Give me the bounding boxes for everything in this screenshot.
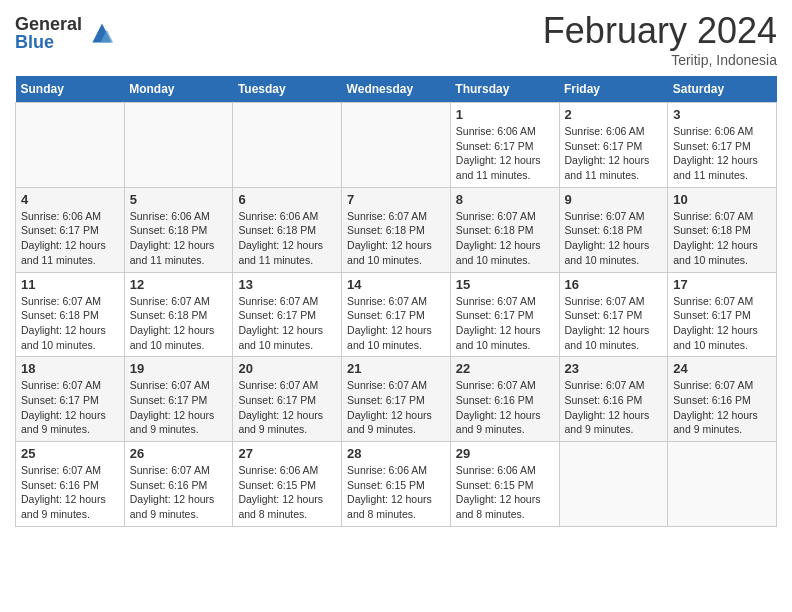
day-number: 5 — [130, 192, 228, 207]
week-row: 11Sunrise: 6:07 AMSunset: 6:18 PMDayligh… — [16, 272, 777, 357]
day-info: Sunrise: 6:06 AMSunset: 6:17 PMDaylight:… — [673, 124, 771, 183]
day-info: Sunrise: 6:07 AMSunset: 6:17 PMDaylight:… — [130, 378, 228, 437]
logo-general: General — [15, 15, 82, 33]
title-area: February 2024 Teritip, Indonesia — [543, 10, 777, 68]
header: General Blue February 2024 Teritip, Indo… — [15, 10, 777, 68]
day-cell — [16, 103, 125, 188]
header-row: SundayMondayTuesdayWednesdayThursdayFrid… — [16, 76, 777, 103]
day-number: 4 — [21, 192, 119, 207]
day-number: 21 — [347, 361, 445, 376]
day-cell: 24Sunrise: 6:07 AMSunset: 6:16 PMDayligh… — [668, 357, 777, 442]
day-number: 29 — [456, 446, 554, 461]
day-number: 1 — [456, 107, 554, 122]
day-number: 3 — [673, 107, 771, 122]
day-cell: 15Sunrise: 6:07 AMSunset: 6:17 PMDayligh… — [450, 272, 559, 357]
day-info: Sunrise: 6:07 AMSunset: 6:18 PMDaylight:… — [347, 209, 445, 268]
day-cell — [124, 103, 233, 188]
header-cell-sunday: Sunday — [16, 76, 125, 103]
week-row: 18Sunrise: 6:07 AMSunset: 6:17 PMDayligh… — [16, 357, 777, 442]
day-info: Sunrise: 6:07 AMSunset: 6:16 PMDaylight:… — [456, 378, 554, 437]
day-info: Sunrise: 6:06 AMSunset: 6:18 PMDaylight:… — [238, 209, 336, 268]
day-number: 19 — [130, 361, 228, 376]
day-cell — [342, 103, 451, 188]
day-cell: 25Sunrise: 6:07 AMSunset: 6:16 PMDayligh… — [16, 442, 125, 527]
day-cell: 5Sunrise: 6:06 AMSunset: 6:18 PMDaylight… — [124, 187, 233, 272]
week-row: 25Sunrise: 6:07 AMSunset: 6:16 PMDayligh… — [16, 442, 777, 527]
day-cell: 7Sunrise: 6:07 AMSunset: 6:18 PMDaylight… — [342, 187, 451, 272]
day-info: Sunrise: 6:07 AMSunset: 6:18 PMDaylight:… — [21, 294, 119, 353]
day-cell: 16Sunrise: 6:07 AMSunset: 6:17 PMDayligh… — [559, 272, 668, 357]
header-cell-thursday: Thursday — [450, 76, 559, 103]
day-info: Sunrise: 6:06 AMSunset: 6:18 PMDaylight:… — [130, 209, 228, 268]
day-cell: 23Sunrise: 6:07 AMSunset: 6:16 PMDayligh… — [559, 357, 668, 442]
day-cell: 3Sunrise: 6:06 AMSunset: 6:17 PMDaylight… — [668, 103, 777, 188]
location: Teritip, Indonesia — [543, 52, 777, 68]
day-info: Sunrise: 6:07 AMSunset: 6:18 PMDaylight:… — [130, 294, 228, 353]
day-number: 17 — [673, 277, 771, 292]
day-info: Sunrise: 6:06 AMSunset: 6:17 PMDaylight:… — [21, 209, 119, 268]
day-info: Sunrise: 6:06 AMSunset: 6:17 PMDaylight:… — [456, 124, 554, 183]
day-info: Sunrise: 6:07 AMSunset: 6:18 PMDaylight:… — [673, 209, 771, 268]
header-cell-monday: Monday — [124, 76, 233, 103]
day-cell: 8Sunrise: 6:07 AMSunset: 6:18 PMDaylight… — [450, 187, 559, 272]
month-title: February 2024 — [543, 10, 777, 52]
day-cell: 2Sunrise: 6:06 AMSunset: 6:17 PMDaylight… — [559, 103, 668, 188]
day-cell: 12Sunrise: 6:07 AMSunset: 6:18 PMDayligh… — [124, 272, 233, 357]
day-info: Sunrise: 6:07 AMSunset: 6:17 PMDaylight:… — [238, 294, 336, 353]
day-cell: 18Sunrise: 6:07 AMSunset: 6:17 PMDayligh… — [16, 357, 125, 442]
day-info: Sunrise: 6:07 AMSunset: 6:17 PMDaylight:… — [238, 378, 336, 437]
day-cell: 10Sunrise: 6:07 AMSunset: 6:18 PMDayligh… — [668, 187, 777, 272]
day-cell: 14Sunrise: 6:07 AMSunset: 6:17 PMDayligh… — [342, 272, 451, 357]
day-cell — [559, 442, 668, 527]
day-info: Sunrise: 6:07 AMSunset: 6:17 PMDaylight:… — [673, 294, 771, 353]
week-row: 1Sunrise: 6:06 AMSunset: 6:17 PMDaylight… — [16, 103, 777, 188]
day-info: Sunrise: 6:07 AMSunset: 6:17 PMDaylight:… — [21, 378, 119, 437]
logo-blue: Blue — [15, 33, 82, 51]
day-cell: 13Sunrise: 6:07 AMSunset: 6:17 PMDayligh… — [233, 272, 342, 357]
day-number: 25 — [21, 446, 119, 461]
day-cell: 28Sunrise: 6:06 AMSunset: 6:15 PMDayligh… — [342, 442, 451, 527]
day-number: 22 — [456, 361, 554, 376]
day-number: 18 — [21, 361, 119, 376]
logo-icon — [86, 17, 118, 49]
day-number: 24 — [673, 361, 771, 376]
day-cell: 20Sunrise: 6:07 AMSunset: 6:17 PMDayligh… — [233, 357, 342, 442]
day-number: 14 — [347, 277, 445, 292]
day-info: Sunrise: 6:07 AMSunset: 6:16 PMDaylight:… — [565, 378, 663, 437]
day-number: 8 — [456, 192, 554, 207]
day-cell: 6Sunrise: 6:06 AMSunset: 6:18 PMDaylight… — [233, 187, 342, 272]
calendar-header: SundayMondayTuesdayWednesdayThursdayFrid… — [16, 76, 777, 103]
day-number: 10 — [673, 192, 771, 207]
day-info: Sunrise: 6:07 AMSunset: 6:18 PMDaylight:… — [565, 209, 663, 268]
day-number: 2 — [565, 107, 663, 122]
day-info: Sunrise: 6:06 AMSunset: 6:15 PMDaylight:… — [347, 463, 445, 522]
day-info: Sunrise: 6:07 AMSunset: 6:18 PMDaylight:… — [456, 209, 554, 268]
day-cell — [668, 442, 777, 527]
day-cell: 17Sunrise: 6:07 AMSunset: 6:17 PMDayligh… — [668, 272, 777, 357]
calendar-table: SundayMondayTuesdayWednesdayThursdayFrid… — [15, 76, 777, 527]
day-number: 15 — [456, 277, 554, 292]
week-row: 4Sunrise: 6:06 AMSunset: 6:17 PMDaylight… — [16, 187, 777, 272]
day-cell: 11Sunrise: 6:07 AMSunset: 6:18 PMDayligh… — [16, 272, 125, 357]
day-cell: 9Sunrise: 6:07 AMSunset: 6:18 PMDaylight… — [559, 187, 668, 272]
day-number: 12 — [130, 277, 228, 292]
day-info: Sunrise: 6:06 AMSunset: 6:15 PMDaylight:… — [456, 463, 554, 522]
logo-text: General Blue — [15, 15, 82, 51]
header-cell-saturday: Saturday — [668, 76, 777, 103]
day-number: 11 — [21, 277, 119, 292]
day-number: 13 — [238, 277, 336, 292]
day-info: Sunrise: 6:07 AMSunset: 6:17 PMDaylight:… — [456, 294, 554, 353]
day-number: 6 — [238, 192, 336, 207]
day-cell — [233, 103, 342, 188]
day-cell: 21Sunrise: 6:07 AMSunset: 6:17 PMDayligh… — [342, 357, 451, 442]
day-info: Sunrise: 6:06 AMSunset: 6:17 PMDaylight:… — [565, 124, 663, 183]
day-number: 23 — [565, 361, 663, 376]
day-number: 7 — [347, 192, 445, 207]
logo: General Blue — [15, 15, 118, 51]
day-cell: 29Sunrise: 6:06 AMSunset: 6:15 PMDayligh… — [450, 442, 559, 527]
day-cell: 19Sunrise: 6:07 AMSunset: 6:17 PMDayligh… — [124, 357, 233, 442]
day-info: Sunrise: 6:06 AMSunset: 6:15 PMDaylight:… — [238, 463, 336, 522]
day-number: 9 — [565, 192, 663, 207]
day-number: 16 — [565, 277, 663, 292]
day-number: 28 — [347, 446, 445, 461]
